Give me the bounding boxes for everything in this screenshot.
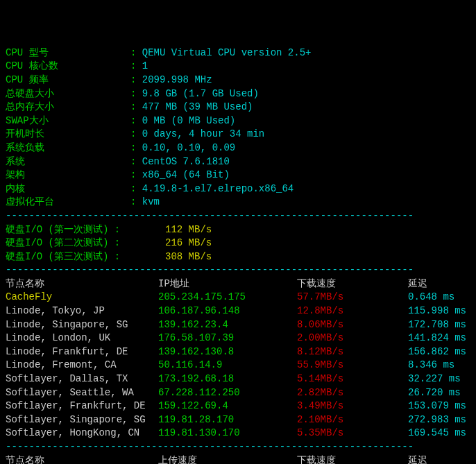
- sys-label: 总硬盘大小: [6, 87, 130, 101]
- sys-row: 开机时长: 0 days, 4 hour 34 min: [6, 128, 470, 141]
- sys-row: 架构: x86_64 (64 Bit): [6, 169, 470, 182]
- dl-node: Softlayer, Seattle, WA: [6, 386, 158, 400]
- dl-lat: 141.824 ms: [408, 332, 470, 345]
- io-value: 216 MB/s: [165, 237, 212, 250]
- dl-row: Linode, Tokyo, JP106.187.96.14812.8MB/s1…: [6, 304, 470, 318]
- dl-speed: 8.06MB/s: [297, 318, 408, 332]
- io-value: 308 MB/s: [165, 250, 212, 264]
- sys-label: 架构: [6, 169, 130, 182]
- colon: :: [130, 101, 142, 114]
- dl-ip: 119.81.28.170: [158, 413, 297, 427]
- sys-label: 虚拟化平台: [6, 196, 130, 209]
- sys-label: 总内存大小: [6, 101, 130, 114]
- colon: :: [130, 114, 142, 128]
- dl-node: Softlayer, Frankfurt, DE: [6, 399, 158, 413]
- dl-header-lat: 延迟: [408, 277, 470, 291]
- dl-speed: 5.14MB/s: [297, 372, 408, 386]
- dl-speed: 2.10MB/s: [297, 413, 408, 427]
- dl-row: Softlayer, Seattle, WA67.228.112.2502.82…: [6, 386, 470, 400]
- sys-row: CPU 核心数: 1: [6, 60, 470, 74]
- dl-node: CacheFly: [6, 291, 158, 304]
- dl-row: Linode, London, UK176.58.107.392.00MB/s1…: [6, 332, 470, 345]
- dl-ip: 139.162.23.4: [158, 318, 297, 332]
- sys-value: 9.8 GB (1.7 GB Used): [142, 87, 259, 101]
- dl-ip: 67.228.112.250: [158, 386, 297, 400]
- dl-speed: 3.49MB/s: [297, 399, 408, 413]
- colon: :: [130, 46, 142, 60]
- sys-label: 系统: [6, 155, 130, 169]
- sys-row: 总硬盘大小: 9.8 GB (1.7 GB Used): [6, 87, 470, 101]
- sys-value: 0 days, 4 hour 34 min: [142, 128, 264, 141]
- sys-row: 总内存大小: 477 MB (39 MB Used): [6, 101, 470, 114]
- sys-value: 0 MB (0 MB Used): [142, 114, 235, 128]
- dl-node: Softlayer, Singapore, SG: [6, 413, 158, 427]
- ul-header-lat: 延迟: [408, 454, 470, 464]
- sys-label: SWAP大小: [6, 114, 130, 128]
- dl-ip: 205.234.175.175: [158, 291, 297, 304]
- dl-row: Softlayer, HongKong, CN119.81.130.1705.3…: [6, 427, 470, 440]
- dl-row: CacheFly205.234.175.17557.7MB/s0.648 ms: [6, 291, 470, 304]
- dl-ip: 119.81.130.170: [158, 427, 297, 440]
- colon: :: [130, 87, 142, 101]
- io-row: 硬盘I/O (第三次测试) :308 MB/s: [6, 250, 470, 264]
- dl-node: Linode, Frankfurt, DE: [6, 345, 158, 359]
- io-label: 硬盘I/O (第一次测试) :: [6, 223, 165, 237]
- divider: ----------------------------------------…: [6, 264, 470, 277]
- dl-lat: 169.545 ms: [408, 427, 470, 440]
- sys-label: 开机时长: [6, 128, 130, 141]
- dl-lat: 0.648 ms: [408, 291, 470, 304]
- dl-row: Softlayer, Frankfurt, DE159.122.69.43.49…: [6, 399, 470, 413]
- colon: :: [130, 155, 142, 169]
- colon: :: [130, 182, 142, 196]
- dl-speed: 57.7MB/s: [297, 291, 408, 304]
- dl-header-ip: IP地址: [158, 277, 297, 291]
- dl-row: Linode, Fremont, CA50.116.14.955.9MB/s8.…: [6, 359, 470, 372]
- sys-value: 0.10, 0.10, 0.09: [142, 141, 235, 155]
- sys-value: QEMU Virtual CPU version 2.5+: [142, 46, 312, 60]
- dl-speed: 12.8MB/s: [297, 304, 408, 318]
- io-row: 硬盘I/O (第一次测试) :112 MB/s: [6, 223, 470, 237]
- dl-node: Linode, London, UK: [6, 332, 158, 345]
- sys-row: CPU 型号: QEMU Virtual CPU version 2.5+: [6, 46, 470, 60]
- colon: :: [130, 60, 142, 74]
- sys-row: SWAP大小: 0 MB (0 MB Used): [6, 114, 470, 128]
- divider: ----------------------------------------…: [6, 209, 470, 223]
- ul-header: 节点名称上传速度下载速度延迟: [6, 454, 470, 464]
- sys-label: CPU 型号: [6, 46, 130, 60]
- dl-header-node: 节点名称: [6, 277, 158, 291]
- ul-header-down: 下载速度: [297, 454, 408, 464]
- sys-value: 1: [142, 60, 148, 74]
- dl-node: Linode, Singapore, SG: [6, 318, 158, 332]
- io-value: 112 MB/s: [165, 223, 212, 237]
- sys-row: 虚拟化平台: kvm: [6, 196, 470, 209]
- dl-node: Linode, Fremont, CA: [6, 359, 158, 372]
- dl-speed: 8.12MB/s: [297, 345, 408, 359]
- sys-label: CPU 频率: [6, 74, 130, 87]
- sys-value: x86_64 (64 Bit): [142, 169, 230, 182]
- dl-lat: 153.079 ms: [408, 399, 470, 413]
- sys-value: kvm: [142, 196, 160, 209]
- dl-row: Softlayer, Singapore, SG119.81.28.1702.1…: [6, 413, 470, 427]
- dl-ip: 173.192.68.18: [158, 372, 297, 386]
- dl-lat: 172.708 ms: [408, 318, 470, 332]
- dl-speed: 2.82MB/s: [297, 386, 408, 400]
- sys-label: CPU 核心数: [6, 60, 130, 74]
- sys-value: CentOS 7.6.1810: [142, 155, 230, 169]
- dl-lat: 8.346 ms: [408, 359, 470, 372]
- sys-row: 系统: CentOS 7.6.1810: [6, 155, 470, 169]
- sys-value: 2099.998 MHz: [142, 74, 212, 87]
- dl-row: Linode, Singapore, SG139.162.23.48.06MB/…: [6, 318, 470, 332]
- colon: :: [130, 141, 142, 155]
- ul-header-up: 上传速度: [158, 454, 297, 464]
- divider: ----------------------------------------…: [6, 440, 470, 454]
- colon: :: [130, 169, 142, 182]
- sys-value: 477 MB (39 MB Used): [142, 101, 253, 114]
- dl-lat: 26.720 ms: [408, 386, 470, 400]
- dl-header: 节点名称IP地址下载速度延迟: [6, 277, 470, 291]
- dl-node: Linode, Tokyo, JP: [6, 304, 158, 318]
- sys-row: CPU 频率: 2099.998 MHz: [6, 74, 470, 87]
- dl-ip: 106.187.96.148: [158, 304, 297, 318]
- dl-lat: 272.983 ms: [408, 413, 470, 427]
- dl-row: Softlayer, Dallas, TX173.192.68.185.14MB…: [6, 372, 470, 386]
- dl-header-speed: 下载速度: [297, 277, 408, 291]
